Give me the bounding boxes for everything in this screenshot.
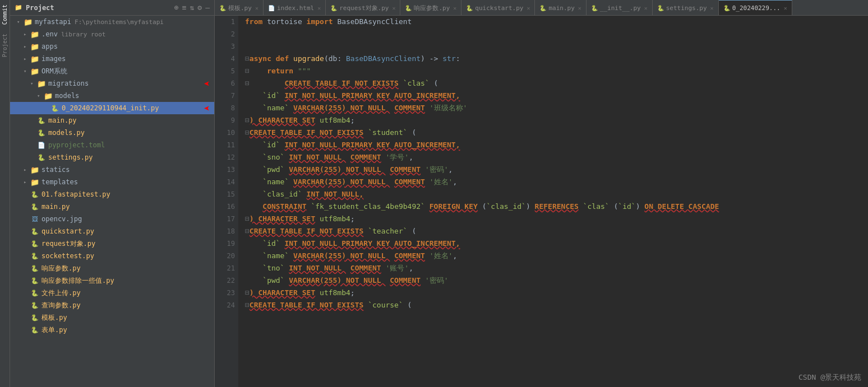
kw-create6: CREATE TABLE IF NOT EXISTS bbox=[284, 77, 399, 90]
ln-7: 7 bbox=[218, 90, 235, 102]
tab-request[interactable]: 🐍 request对象.py ✕ bbox=[326, 0, 400, 16]
tab-close-init-file[interactable]: ✕ bbox=[784, 5, 787, 11]
arrow-images: ▸ bbox=[24, 56, 30, 62]
minimize-icon[interactable]: — bbox=[205, 3, 210, 12]
kw-return: return bbox=[267, 65, 293, 77]
py-icon-main-root: 🐍 bbox=[30, 203, 39, 211]
py-icon-response: 🐍 bbox=[30, 265, 39, 272]
tree-item-env[interactable]: ▸ 📁 .env library root bbox=[10, 28, 214, 40]
tree-item-migrations[interactable]: ▾ 📁 migrations ➤ bbox=[10, 77, 214, 90]
label-myfastapi: myfastapi bbox=[35, 18, 71, 26]
fold-23[interactable]: ⊟ bbox=[245, 287, 250, 299]
tree-item-init-py[interactable]: 🐍 0_20240229110944_init.py ➤ bbox=[10, 102, 214, 114]
semi17: ; bbox=[350, 213, 355, 225]
fold-17[interactable]: ⊟ bbox=[245, 213, 250, 225]
tree-item-query[interactable]: 🐍 查询参数.py bbox=[10, 299, 214, 311]
tab-response[interactable]: 🐍 响应参数.py ✕ bbox=[400, 0, 461, 16]
sp16e bbox=[579, 201, 583, 213]
fold-10[interactable]: ⊟ bbox=[245, 127, 250, 139]
tab-close-settings[interactable]: ✕ bbox=[710, 5, 714, 11]
code-line-4: ⊟ async def upgrade ( db : BaseDBAsyncCl… bbox=[245, 53, 861, 65]
tree-item-settings-orm[interactable]: 🐍 settings.py bbox=[10, 151, 214, 164]
sp20b bbox=[390, 250, 394, 262]
fold-24[interactable]: ⊟ bbox=[245, 299, 250, 311]
tab-template[interactable]: 🐍 模板.py ✕ bbox=[215, 0, 264, 16]
tree-item-models-py[interactable]: 🐍 models.py bbox=[10, 127, 214, 139]
tab-close-init[interactable]: ✕ bbox=[644, 5, 648, 11]
sp21a bbox=[284, 262, 289, 274]
tree-item-images[interactable]: ▸ 📁 images bbox=[10, 53, 214, 65]
kw-from: from bbox=[245, 16, 262, 28]
tree-item-myfastapi[interactable]: ▾ 📁 myfastapi F:\pythonitems\myfastapi bbox=[10, 16, 214, 28]
fold-5[interactable]: ⊟ bbox=[245, 65, 250, 77]
tab-init-file[interactable]: 🐍 0_20240229... ✕ bbox=[719, 0, 792, 16]
tab-icon-init-file: 🐍 bbox=[723, 5, 730, 11]
comma12: , bbox=[409, 151, 413, 164]
tab-close-request[interactable]: ✕ bbox=[392, 5, 395, 11]
kw-charset17: ) CHARACTER SET bbox=[250, 213, 315, 225]
sp13a bbox=[284, 164, 289, 176]
tree-item-quickstart[interactable]: 🐍 quickstart.py bbox=[10, 225, 214, 237]
tree-item-fastapitest[interactable]: 🐍 01.fastapitest.py bbox=[10, 188, 214, 201]
tab-close-index[interactable]: ✕ bbox=[317, 5, 321, 11]
indent16 bbox=[245, 201, 262, 213]
tree-item-main-root[interactable]: 🐍 main.py bbox=[10, 201, 214, 213]
kw-varchar22: VARCHAR(255) NOT NULL bbox=[289, 274, 385, 287]
sp-indent5 bbox=[250, 65, 267, 77]
tab-close-main[interactable]: ✕ bbox=[578, 5, 581, 11]
paren18: ( bbox=[408, 225, 417, 237]
layout-icon[interactable]: ≡ bbox=[182, 3, 187, 12]
indent13 bbox=[245, 164, 262, 176]
bt-id16: `id` bbox=[618, 201, 635, 213]
kw-varchar20: VARCHAR(255) NOT NULL bbox=[293, 250, 390, 262]
file-tree: ▾ 📁 myfastapi F:\pythonitems\myfastapi ▸… bbox=[10, 16, 214, 387]
tab-close-quickstart[interactable]: ✕ bbox=[527, 5, 530, 11]
project-label[interactable]: Project bbox=[1, 29, 9, 62]
code-line-6: ⊟ CREATE TABLE IF NOT EXISTS `clas` ( bbox=[245, 77, 861, 90]
str-sno: '学号' bbox=[385, 151, 409, 164]
commit-label[interactable]: Commit bbox=[1, 0, 9, 29]
tree-item-form[interactable]: 🐍 表单.py bbox=[10, 324, 214, 336]
tree-item-apps[interactable]: ▸ 📁 apps bbox=[10, 40, 214, 53]
sort-icon[interactable]: ⇅ bbox=[190, 3, 195, 12]
code-line-7: `id` INT NOT NULL PRIMARY KEY AUTO_INCRE… bbox=[245, 90, 861, 102]
tree-item-opencv[interactable]: 🖼 opencv.jpg bbox=[10, 213, 214, 225]
kw-comment22: COMMENT bbox=[390, 274, 421, 287]
fold-6[interactable]: ⊟ bbox=[245, 77, 250, 90]
str-pwd: '密码' bbox=[425, 164, 449, 176]
tab-init[interactable]: 🐍 __init__.py ✕ bbox=[587, 0, 653, 16]
tree-item-statics[interactable]: ▸ 📁 statics bbox=[10, 164, 214, 176]
tab-close-template[interactable]: ✕ bbox=[255, 5, 258, 11]
tab-quickstart[interactable]: 🐍 quickstart.py ✕ bbox=[461, 0, 535, 16]
label-form: 表单.py bbox=[41, 325, 67, 335]
tree-item-pyproject[interactable]: 📄 pyproject.toml bbox=[10, 139, 214, 151]
label-opencv: opencv.jpg bbox=[41, 215, 82, 223]
tree-item-templates[interactable]: ▸ 📁 templates bbox=[10, 176, 214, 188]
tree-item-orm[interactable]: ▾ 📁 ORM系统 bbox=[10, 65, 214, 77]
add-icon[interactable]: ⊕ bbox=[174, 3, 179, 12]
tree-item-upload[interactable]: 🐍 文件上传.py bbox=[10, 287, 214, 299]
tree-item-request[interactable]: 🐍 request对象.py bbox=[10, 237, 214, 250]
tree-item-template-py[interactable]: 🐍 模板.py bbox=[10, 311, 214, 324]
ln-14: 14 bbox=[218, 176, 235, 188]
fold-18[interactable]: ⊟ bbox=[245, 225, 250, 237]
code-content[interactable]: from tortoise import BaseDBAsyncClient ⊟… bbox=[238, 16, 868, 387]
fold-9[interactable]: ⊟ bbox=[245, 114, 250, 127]
tab-index[interactable]: 📄 index.html ✕ bbox=[264, 0, 326, 16]
tab-main[interactable]: 🐍 main.py ✕ bbox=[535, 0, 586, 16]
tree-item-response[interactable]: 🐍 响应参数.py bbox=[10, 262, 214, 274]
sp22b bbox=[385, 274, 390, 287]
code-line-12: `sno` INT NOT NULL COMMENT '学号' , bbox=[245, 151, 861, 164]
bt-course: `course` bbox=[368, 299, 403, 311]
tree-item-main-orm[interactable]: 🐍 main.py bbox=[10, 114, 214, 127]
tab-settings[interactable]: 🐍 settings.py ✕ bbox=[653, 0, 719, 16]
tree-item-models[interactable]: ▾ 📁 models bbox=[10, 90, 214, 102]
tree-item-response-exclude[interactable]: 🐍 响应参数排除一些值.py bbox=[10, 274, 214, 287]
tab-label-template: 模板.py bbox=[228, 4, 252, 12]
tab-close-response[interactable]: ✕ bbox=[453, 5, 456, 11]
settings-icon[interactable]: ⚙ bbox=[197, 3, 202, 12]
fold-4[interactable]: ⊟ bbox=[245, 53, 250, 65]
tree-item-sockettest[interactable]: 🐍 sockettest.py bbox=[10, 250, 214, 262]
ln-6: 6 bbox=[218, 77, 235, 90]
indent15 bbox=[245, 188, 262, 201]
